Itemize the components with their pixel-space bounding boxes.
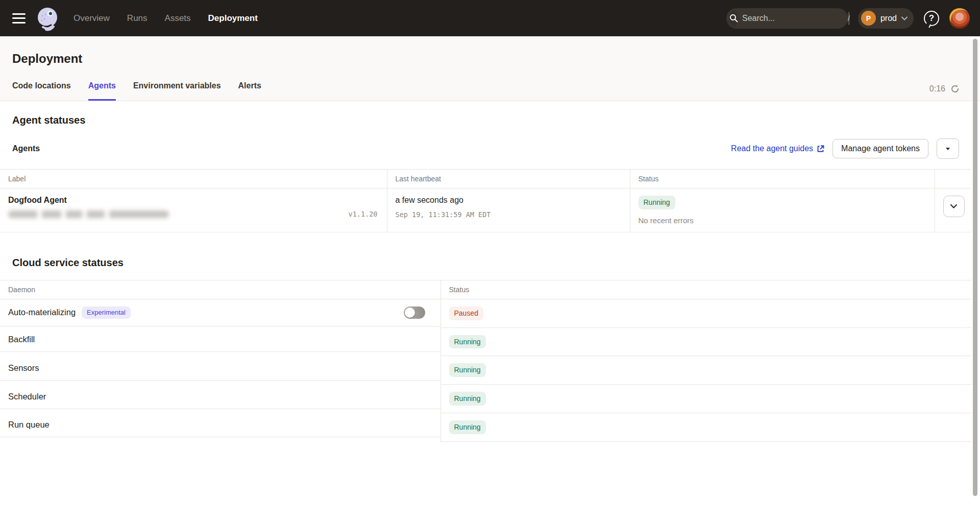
daemon-label: Scheduler xyxy=(8,392,46,402)
org-switcher[interactable]: P prod xyxy=(858,8,914,29)
chevron-down-icon xyxy=(901,16,908,20)
agent-row-expand-button[interactable] xyxy=(943,196,965,217)
agent-status-badge: Running xyxy=(639,196,675,209)
daemon-status-badge: Running xyxy=(449,392,486,406)
org-avatar: P xyxy=(861,11,876,26)
daemon-status-badge: Paused xyxy=(449,306,483,320)
tab-agents[interactable]: Agents xyxy=(88,81,116,101)
search-input[interactable] xyxy=(742,14,848,23)
agents-subtitle: Agents xyxy=(12,144,40,153)
agent-actions-dropdown-button[interactable] xyxy=(937,138,959,159)
nav-item-runs[interactable]: Runs xyxy=(127,13,148,23)
help-icon[interactable]: ? xyxy=(924,11,939,26)
tab-alerts[interactable]: Alerts xyxy=(238,81,261,101)
page-header: Deployment Code locations Agents Environ… xyxy=(0,36,980,101)
search-box[interactable]: / xyxy=(726,8,848,29)
agent-row: Dogfood Agent v1.1.20 a few seconds ago … xyxy=(0,188,971,232)
col-header-label: Label xyxy=(0,170,387,188)
cloud-service-statuses-heading: Cloud service statuses xyxy=(0,232,971,280)
search-shortcut-key: / xyxy=(848,12,850,25)
tab-code-locations[interactable]: Code locations xyxy=(12,81,71,101)
agent-id-redacted xyxy=(8,210,169,218)
daemon-label: Sensors xyxy=(8,363,39,373)
tab-environment-variables[interactable]: Environment variables xyxy=(133,81,221,101)
agent-version: v1.1.20 xyxy=(349,210,379,218)
auto-materializing-toggle[interactable] xyxy=(404,306,425,319)
daemon-row-auto-materializing: Auto-materializing Experimental Paused xyxy=(0,299,971,327)
refresh-countdown: 0:16 xyxy=(929,84,945,93)
hamburger-menu-icon[interactable] xyxy=(12,13,26,23)
search-icon xyxy=(729,10,738,27)
agent-statuses-heading: Agent statuses xyxy=(0,101,971,126)
daemon-label: Backfill xyxy=(8,335,35,344)
daemon-status-badge: Running xyxy=(449,335,486,349)
daemon-label: Run queue xyxy=(8,420,50,430)
agent-heartbeat-timestamp: Sep 19, 11:31:59 AM EDT xyxy=(396,210,622,219)
external-link-icon xyxy=(817,145,824,153)
col-header-daemon: Daemon xyxy=(0,280,440,299)
agent-heartbeat-relative: a few seconds ago xyxy=(396,196,622,205)
refresh-icon[interactable] xyxy=(950,84,960,93)
nav-item-deployment[interactable]: Deployment xyxy=(208,13,258,23)
deployment-tabs: Code locations Agents Environment variab… xyxy=(12,81,960,101)
agent-name: Dogfood Agent xyxy=(8,196,379,205)
cloud-table-header-row: Daemon Status xyxy=(0,280,971,299)
dagster-logo-icon[interactable] xyxy=(35,6,60,31)
chevron-down-icon xyxy=(950,204,957,208)
daemon-status-badge: Running xyxy=(449,363,486,377)
page-title: Deployment xyxy=(12,52,960,66)
org-name: prod xyxy=(880,14,897,23)
nav-item-assets[interactable]: Assets xyxy=(165,13,191,23)
agents-table: Label Last heartbeat Status Dogfood Agen… xyxy=(0,169,971,232)
agent-guides-link-label: Read the agent guides xyxy=(731,144,813,153)
agent-status-note: No recent errors xyxy=(639,216,926,225)
col-header-last-heartbeat: Last heartbeat xyxy=(387,170,630,188)
col-header-daemon-status: Status xyxy=(440,280,971,299)
daemon-label: Auto-materializing xyxy=(8,308,76,317)
col-header-status: Status xyxy=(630,170,935,188)
daemon-row-backfill: Backfill Running xyxy=(0,327,971,356)
top-navigation-bar: Overview Runs Assets Deployment / P prod… xyxy=(0,0,980,36)
caret-down-icon xyxy=(945,147,950,151)
daemon-row-sensors: Sensors Running xyxy=(0,356,971,385)
nav-item-overview[interactable]: Overview xyxy=(74,13,110,23)
experimental-badge: Experimental xyxy=(82,306,131,319)
agent-guides-link[interactable]: Read the agent guides xyxy=(731,144,824,153)
agents-table-header-row: Label Last heartbeat Status xyxy=(0,170,971,188)
cloud-services-table: Daemon Status Auto-materializing Experim… xyxy=(0,280,971,442)
primary-nav: Overview Runs Assets Deployment xyxy=(74,13,258,23)
manage-agent-tokens-button[interactable]: Manage agent tokens xyxy=(832,139,928,158)
daemon-row-run-queue: Run queue Running xyxy=(0,413,971,441)
daemon-row-scheduler: Scheduler Running xyxy=(0,385,971,413)
col-header-actions xyxy=(935,170,971,188)
vertical-scrollbar[interactable] xyxy=(973,39,977,496)
user-avatar[interactable] xyxy=(949,8,970,29)
daemon-status-badge: Running xyxy=(449,420,486,434)
